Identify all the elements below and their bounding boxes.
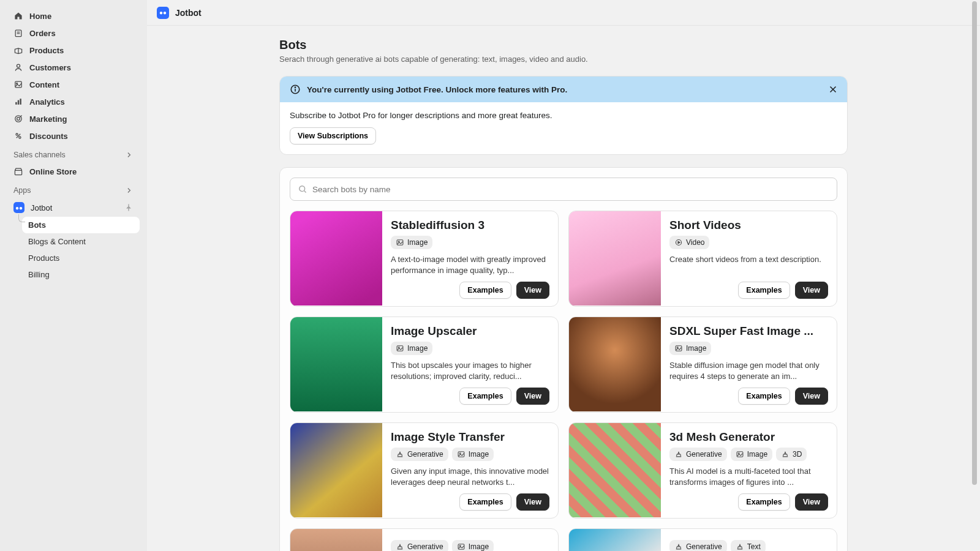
examples-button[interactable]: Examples [459, 282, 511, 299]
nav-label: Analytics [29, 97, 65, 107]
view-button[interactable]: View [795, 388, 828, 405]
badge-generative: Generative [391, 448, 448, 461]
sidebar-item-orders[interactable]: Orders [7, 24, 140, 42]
sidebar-item-home[interactable]: Home [7, 7, 140, 24]
bot-title: Image Upscaler [391, 324, 549, 338]
marketing-icon [13, 114, 23, 124]
content-scroll[interactable]: Bots Serach through generative ai bots c… [147, 26, 980, 551]
svg-marker-26 [678, 241, 680, 244]
banner-headline: You're currently using Jotbot Free. Unlo… [307, 85, 567, 94]
sidebar-item-marketing[interactable]: Marketing [7, 110, 140, 127]
sidebar-sub-products[interactable]: Products [22, 250, 140, 266]
sidebar-app-jotbot[interactable]: ●● Jotbot [7, 198, 140, 217]
bot-card: 3d Mesh GeneratorGenerativeImage3DThis A… [568, 422, 837, 519]
image-icon [396, 344, 404, 353]
scrollbar-thumb[interactable] [972, 1, 977, 485]
scrollbar[interactable] [970, 1, 979, 550]
badge-image: Image [452, 448, 494, 461]
examples-button[interactable]: Examples [459, 493, 511, 511]
sidebar-item-content[interactable]: Content [7, 76, 140, 93]
bot-thumbnail [569, 529, 661, 551]
bot-description: Stable diffusion image gen model that on… [669, 360, 828, 381]
image-icon [736, 450, 744, 459]
examples-button[interactable]: Examples [459, 388, 511, 405]
image-icon [396, 238, 404, 247]
sidebar-item-products[interactable]: Products [7, 42, 140, 59]
svg-point-36 [738, 453, 739, 454]
info-icon [290, 84, 301, 95]
bot-thumbnail [569, 211, 661, 305]
nav-label: Content [29, 80, 59, 89]
bot-description: Create short videos from a text descript… [669, 254, 828, 265]
pin-icon[interactable] [124, 203, 134, 212]
svg-rect-14 [15, 170, 21, 174]
sidebar-sub-billing[interactable]: Billing [22, 266, 140, 283]
svg-point-3 [17, 64, 20, 67]
svg-point-5 [17, 83, 18, 84]
badge-image: Image [391, 342, 432, 355]
bot-card: Image Style TransferGenerativeImageGiven… [290, 422, 559, 519]
bots-list-card: Stablediffusion 3ImageA text-to-image mo… [279, 167, 848, 551]
badge-image: Image [452, 540, 494, 551]
bot-thumbnail [569, 423, 661, 517]
badge-image: Image [669, 342, 711, 355]
examples-button[interactable]: Examples [738, 282, 790, 299]
view-button[interactable]: View [516, 493, 549, 511]
sales-channels-header[interactable]: Sales channels [7, 144, 140, 163]
examples-button[interactable]: Examples [738, 388, 790, 405]
bot-description: This bot upscales your images to higher … [391, 360, 549, 381]
svg-point-18 [295, 87, 295, 88]
nav-label: Products [29, 46, 64, 55]
products-icon [13, 45, 23, 55]
bot-thumbnail [569, 317, 661, 411]
badges-row: Image [391, 236, 549, 249]
store-icon [13, 167, 23, 176]
bot-card: SDXL Super Fast Image ...ImageStable dif… [568, 317, 837, 413]
view-subscriptions-button[interactable]: View Subscriptions [290, 127, 376, 144]
sidebar-item-customers[interactable]: Customers [7, 59, 140, 76]
badge-label: Image [747, 450, 767, 459]
badges-row: Image [391, 342, 549, 355]
bot-title: Image Style Transfer [391, 430, 549, 444]
sidebar-item-online-store[interactable]: Online Store [7, 163, 140, 180]
badge-label: Image [686, 344, 706, 353]
view-button[interactable]: View [795, 493, 828, 511]
bot-title: 3d Mesh Generator [669, 430, 828, 444]
image-icon [457, 542, 466, 551]
badge-image: Image [391, 236, 432, 249]
app-name-label: Jotbot [31, 203, 52, 212]
sidebar-item-discounts[interactable]: Discounts [7, 127, 140, 144]
badge-label: Image [469, 450, 489, 459]
close-icon[interactable] [827, 84, 839, 95]
nav-label: Discounts [29, 132, 68, 141]
svg-line-13 [17, 134, 20, 138]
apps-header[interactable]: Apps [7, 180, 140, 198]
badges-row: GenerativeImage [391, 448, 549, 461]
sidebar-sub-bots[interactable]: Bots [22, 217, 140, 233]
badge-label: Generative [407, 542, 443, 551]
sidebar: HomeOrdersProductsCustomersContentAnalyt… [0, 0, 147, 551]
badge-3d: 3D [776, 448, 807, 461]
badges-row: Image [669, 342, 828, 355]
view-button[interactable]: View [516, 388, 549, 405]
content-icon [13, 80, 23, 89]
sub-label: Blogs & Content [28, 237, 86, 246]
gen-icon [674, 542, 683, 551]
badge-image: Image [731, 448, 772, 461]
sidebar-item-analytics[interactable]: Analytics [7, 93, 140, 110]
image-icon [457, 450, 466, 459]
view-button[interactable]: View [516, 282, 549, 299]
svg-point-33 [459, 453, 461, 454]
sidebar-sub-blogs-content[interactable]: Blogs & Content [22, 233, 140, 250]
badge-generative: Generative [669, 448, 727, 461]
view-button[interactable]: View [795, 282, 828, 299]
bot-description: This AI model is a multi-faceted tool th… [669, 466, 828, 487]
bot-card: Short VideosVideoCreate short videos fro… [568, 211, 837, 307]
discounts-icon [13, 131, 23, 141]
banner-header: You're currently using Jotbot Free. Unlo… [280, 77, 847, 102]
search-input[interactable] [312, 185, 829, 194]
examples-button[interactable]: Examples [738, 493, 790, 511]
badge-text: Text [731, 540, 766, 551]
orders-icon [13, 28, 23, 38]
upgrade-banner: You're currently using Jotbot Free. Unlo… [279, 76, 848, 155]
